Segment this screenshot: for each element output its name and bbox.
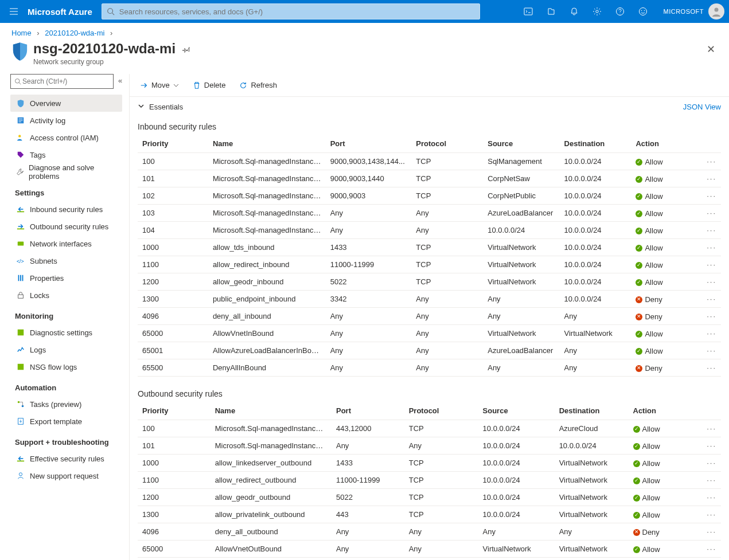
sidebar-item[interactable]: Logs bbox=[10, 341, 122, 358]
move-button[interactable]: Move bbox=[134, 76, 185, 95]
sidebar-search[interactable] bbox=[10, 74, 114, 89]
sidebar-item[interactable]: New support request bbox=[10, 467, 122, 484]
table-row[interactable]: 101Microsoft.Sql-managedInstances_U...An… bbox=[138, 437, 721, 455]
table-row[interactable]: 1200allow_geodr_inbound5022TCPVirtualNet… bbox=[138, 273, 721, 291]
sidebar-item[interactable]: Activity log bbox=[10, 112, 122, 129]
sidebar-item[interactable]: </>Subnets bbox=[10, 252, 122, 269]
hamburger-menu-icon[interactable] bbox=[5, 7, 23, 16]
sidebar-search-input[interactable] bbox=[21, 77, 110, 86]
table-row[interactable]: 1100allow_redirect_inbound11000-11999TCP… bbox=[138, 256, 721, 273]
essentials-header[interactable]: Essentials JSON View bbox=[130, 97, 729, 116]
col-destination[interactable]: Destination bbox=[555, 402, 629, 420]
row-menu-icon[interactable]: ··· bbox=[701, 239, 721, 256]
global-search[interactable] bbox=[102, 3, 480, 19]
directories-icon[interactable] bbox=[540, 0, 563, 23]
sidebar-item[interactable]: Locks bbox=[10, 287, 122, 304]
row-menu-icon[interactable]: ··· bbox=[701, 153, 721, 170]
table-row[interactable]: 100Microsoft.Sql-managedInstances_U...90… bbox=[138, 153, 721, 170]
help-icon[interactable] bbox=[609, 0, 631, 23]
close-icon[interactable]: ✕ bbox=[704, 41, 718, 58]
table-row[interactable]: 100Microsoft.Sql-managedInstances_U...44… bbox=[138, 420, 721, 437]
row-menu-icon[interactable]: ··· bbox=[701, 256, 721, 273]
row-menu-icon[interactable]: ··· bbox=[701, 187, 721, 205]
col-name[interactable]: Name bbox=[208, 135, 326, 153]
table-row[interactable]: 103Microsoft.Sql-managedInstances_U...An… bbox=[138, 205, 721, 222]
sidebar-item[interactable]: Properties bbox=[10, 269, 122, 287]
col-source[interactable]: Source bbox=[483, 135, 559, 153]
table-row[interactable]: 1000allow_tds_inbound1433TCPVirtualNetwo… bbox=[138, 239, 721, 256]
brand-label[interactable]: Microsoft Azure bbox=[23, 7, 102, 17]
settings-gear-icon[interactable] bbox=[586, 0, 609, 23]
col-protocol[interactable]: Protocol bbox=[411, 135, 483, 153]
breadcrumb-parent[interactable]: 20210120-wda-mi bbox=[45, 29, 104, 37]
table-row[interactable]: 4096deny_all_inboundAnyAnyAnyAny✕Deny··· bbox=[138, 308, 721, 325]
table-row[interactable]: 65001AllowAzureLoadBalancerInBoundAnyAny… bbox=[138, 342, 721, 359]
table-row[interactable]: 65001AllowInternetOutBoundAnyAnyAnyInter… bbox=[138, 558, 721, 561]
col-source[interactable]: Source bbox=[478, 402, 555, 420]
table-row[interactable]: 65000AllowVnetInBoundAnyAnyVirtualNetwor… bbox=[138, 325, 721, 342]
table-row[interactable]: 65000AllowVnetOutBoundAnyAnyVirtualNetwo… bbox=[138, 541, 721, 558]
row-menu-icon[interactable]: ··· bbox=[701, 472, 721, 489]
row-menu-icon[interactable]: ··· bbox=[701, 291, 721, 308]
table-row[interactable]: 1100allow_redirect_outbound11000-11999TC… bbox=[138, 472, 721, 489]
collapse-sidebar-icon[interactable]: « bbox=[117, 74, 123, 87]
notifications-icon[interactable] bbox=[563, 0, 586, 23]
row-menu-icon[interactable]: ··· bbox=[701, 558, 721, 561]
row-menu-icon[interactable]: ··· bbox=[701, 273, 721, 291]
row-menu-icon[interactable]: ··· bbox=[701, 308, 721, 325]
row-menu-icon[interactable]: ··· bbox=[701, 205, 721, 222]
row-menu-icon[interactable]: ··· bbox=[701, 455, 721, 472]
row-menu-icon[interactable]: ··· bbox=[701, 359, 721, 377]
row-menu-icon[interactable]: ··· bbox=[701, 342, 721, 359]
pin-icon[interactable] bbox=[182, 41, 190, 57]
sidebar-item[interactable]: NSG flow logs bbox=[10, 358, 122, 375]
col-priority[interactable]: Priority bbox=[138, 135, 208, 153]
sidebar-item[interactable]: Diagnostic settings bbox=[10, 324, 122, 341]
table-row[interactable]: 1300public_endpoint_inbound3342AnyAny10.… bbox=[138, 291, 721, 308]
table-row[interactable]: 1000allow_linkedserver_outbound1433TCP10… bbox=[138, 455, 721, 472]
feedback-icon[interactable] bbox=[631, 0, 654, 23]
table-row[interactable]: 4096deny_all_outboundAnyAnyAnyAny✕Deny··… bbox=[138, 523, 721, 541]
table-row[interactable]: 102Microsoft.Sql-managedInstances_U...90… bbox=[138, 187, 721, 205]
col-action[interactable]: Action bbox=[631, 135, 701, 153]
sidebar-item[interactable]: Tags bbox=[10, 146, 122, 163]
sidebar-item[interactable]: Diagnose and solve problems bbox=[10, 163, 122, 181]
json-view-link[interactable]: JSON View bbox=[683, 103, 721, 111]
table-row[interactable]: 104Microsoft.Sql-managedInstances_U...An… bbox=[138, 222, 721, 239]
col-priority[interactable]: Priority bbox=[138, 402, 210, 420]
col-port[interactable]: Port bbox=[326, 135, 412, 153]
col-port[interactable]: Port bbox=[332, 402, 404, 420]
row-menu-icon[interactable]: ··· bbox=[701, 222, 721, 239]
row-menu-icon[interactable]: ··· bbox=[701, 170, 721, 187]
account-label[interactable]: MICROSOFT bbox=[654, 8, 707, 15]
avatar-icon[interactable] bbox=[708, 3, 724, 19]
row-menu-icon[interactable]: ··· bbox=[701, 506, 721, 523]
delete-button[interactable]: Delete bbox=[187, 76, 232, 95]
global-search-input[interactable] bbox=[118, 7, 479, 17]
table-row[interactable]: 101Microsoft.Sql-managedInstances_U...90… bbox=[138, 170, 721, 187]
sidebar-item[interactable]: Inbound security rules bbox=[10, 201, 122, 218]
sidebar-item[interactable]: Effective security rules bbox=[10, 450, 122, 467]
row-menu-icon[interactable]: ··· bbox=[701, 325, 721, 342]
table-row[interactable]: 65500DenyAllInBoundAnyAnyAnyAny✕Deny··· bbox=[138, 359, 721, 377]
col-protocol[interactable]: Protocol bbox=[404, 402, 478, 420]
col-action[interactable]: Action bbox=[629, 402, 701, 420]
breadcrumb-home[interactable]: Home bbox=[11, 29, 32, 37]
table-row[interactable]: 1300allow_privatelink_outbound443TCP10.0… bbox=[138, 506, 721, 523]
row-menu-icon[interactable]: ··· bbox=[701, 437, 721, 455]
table-row[interactable]: 1200allow_geodr_outbound5022TCP10.0.0.0/… bbox=[138, 489, 721, 506]
row-menu-icon[interactable]: ··· bbox=[701, 420, 721, 437]
row-menu-icon[interactable]: ··· bbox=[701, 489, 721, 506]
row-menu-icon[interactable]: ··· bbox=[701, 523, 721, 541]
refresh-button[interactable]: Refresh bbox=[233, 76, 283, 95]
cloud-shell-icon[interactable] bbox=[517, 0, 540, 23]
row-menu-icon[interactable]: ··· bbox=[701, 541, 721, 558]
sidebar-item[interactable]: Export template bbox=[10, 413, 122, 430]
col-name[interactable]: Name bbox=[210, 402, 332, 420]
sidebar-item[interactable]: Outbound security rules bbox=[10, 218, 122, 235]
col-destination[interactable]: Destination bbox=[560, 135, 631, 153]
sidebar-item[interactable]: Tasks (preview) bbox=[10, 395, 122, 413]
sidebar-item[interactable]: Access control (IAM) bbox=[10, 129, 122, 146]
sidebar-item[interactable]: Network interfaces bbox=[10, 235, 122, 252]
sidebar-item[interactable]: Overview bbox=[10, 95, 122, 112]
